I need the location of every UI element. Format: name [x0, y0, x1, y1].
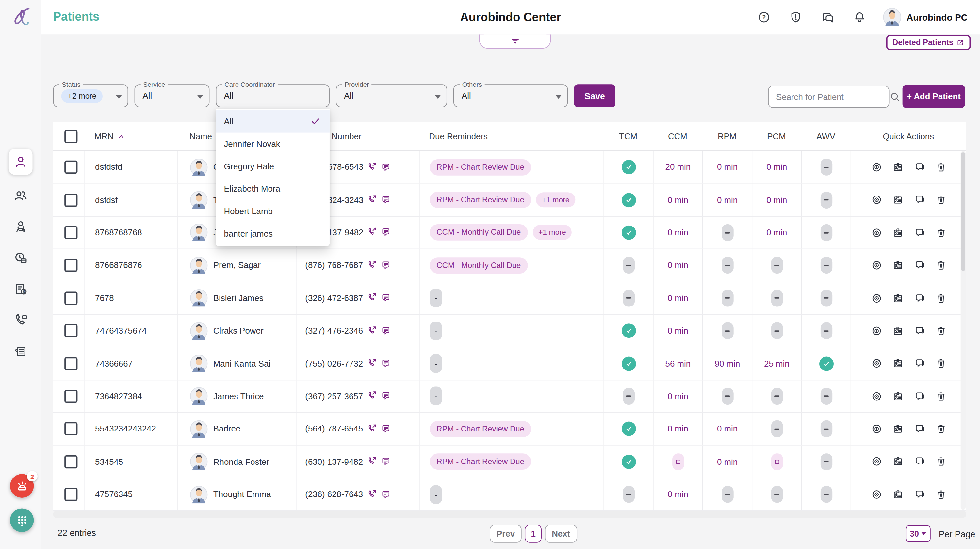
sms-icon[interactable]	[381, 391, 391, 401]
patient-chart-icon[interactable]	[892, 358, 904, 369]
prev-page-button[interactable]: Prev	[490, 525, 522, 543]
phone-call-icon[interactable]	[367, 227, 377, 238]
delete-patient-icon[interactable]	[935, 195, 947, 205]
patient-chart-icon[interactable]	[892, 325, 904, 336]
patient-chart-icon[interactable]	[892, 489, 904, 500]
save-filters-button[interactable]: Save	[574, 84, 616, 107]
message-patient-icon[interactable]	[914, 489, 925, 500]
row-checkbox[interactable]	[64, 422, 78, 435]
sidebar-item-schedule[interactable]	[14, 251, 27, 265]
sms-icon[interactable]	[381, 489, 391, 500]
care-coordinator-option[interactable]: Jennifer Novak	[216, 133, 329, 155]
delete-patient-icon[interactable]	[935, 227, 947, 238]
view-patient-icon[interactable]	[871, 456, 882, 467]
phone-call-icon[interactable]	[367, 162, 377, 172]
sms-icon[interactable]	[381, 195, 391, 205]
phone-call-icon[interactable]	[367, 424, 377, 434]
message-patient-icon[interactable]	[914, 195, 925, 205]
help-icon[interactable]: ?	[757, 11, 770, 24]
user-avatar[interactable]	[883, 8, 901, 26]
sms-icon[interactable]	[381, 359, 391, 368]
view-patient-icon[interactable]	[871, 325, 882, 336]
patient-chart-icon[interactable]	[892, 423, 904, 434]
care-coordinator-option[interactable]: banter james	[216, 222, 329, 245]
add-patient-button[interactable]: + Add Patient	[902, 85, 965, 108]
message-patient-icon[interactable]	[914, 325, 925, 336]
phone-call-icon[interactable]	[367, 391, 377, 401]
filter-status[interactable]: Status+2 more	[53, 84, 128, 107]
next-page-button[interactable]: Next	[545, 525, 577, 543]
view-patient-icon[interactable]	[871, 195, 882, 205]
delete-patient-icon[interactable]	[935, 456, 947, 467]
delete-patient-icon[interactable]	[935, 423, 947, 434]
message-patient-icon[interactable]	[914, 391, 925, 401]
row-checkbox[interactable]	[64, 259, 78, 272]
delete-patient-icon[interactable]	[935, 358, 947, 369]
care-coordinator-option[interactable]: Gregory Hale	[216, 155, 329, 178]
view-patient-icon[interactable]	[871, 391, 882, 401]
search-icon[interactable]	[889, 91, 900, 102]
per-page-select[interactable]: 30	[905, 525, 931, 542]
phone-call-icon[interactable]	[367, 489, 377, 500]
row-checkbox[interactable]	[64, 226, 78, 239]
row-checkbox[interactable]	[64, 390, 78, 403]
view-patient-icon[interactable]	[871, 260, 882, 271]
notifications-icon[interactable]	[853, 11, 865, 24]
row-checkbox[interactable]	[64, 193, 78, 206]
reminder-more-chip[interactable]: +1 more	[533, 225, 572, 240]
column-header-mrn[interactable]: MRN	[84, 122, 177, 151]
phone-call-icon[interactable]	[367, 457, 377, 467]
message-patient-icon[interactable]	[914, 227, 925, 238]
phone-call-icon[interactable]	[367, 293, 377, 303]
messages-icon[interactable]	[821, 11, 834, 24]
view-patient-icon[interactable]	[871, 358, 882, 369]
deleted-patients-button[interactable]: Deleted Patients	[886, 35, 971, 50]
phone-call-icon[interactable]	[367, 326, 377, 336]
row-checkbox[interactable]	[64, 160, 78, 174]
sms-icon[interactable]	[381, 162, 391, 172]
view-patient-icon[interactable]	[871, 162, 882, 172]
sidebar-item-providers[interactable]	[14, 220, 27, 234]
message-patient-icon[interactable]	[914, 292, 925, 303]
view-patient-icon[interactable]	[871, 489, 882, 500]
sms-icon[interactable]	[381, 260, 391, 271]
patient-chart-icon[interactable]	[892, 456, 904, 467]
patient-chart-icon[interactable]	[892, 162, 904, 172]
message-patient-icon[interactable]	[914, 456, 925, 467]
sidebar-item-patients[interactable]	[9, 149, 33, 175]
row-checkbox[interactable]	[64, 324, 78, 337]
filter-provider[interactable]: ProviderAll	[336, 84, 447, 107]
sms-icon[interactable]	[381, 227, 391, 238]
sms-icon[interactable]	[381, 424, 391, 434]
current-page-button[interactable]: 1	[525, 525, 542, 543]
sidebar-item-users[interactable]	[14, 189, 27, 202]
row-checkbox[interactable]	[64, 488, 78, 501]
patient-chart-icon[interactable]	[892, 292, 904, 303]
sms-icon[interactable]	[381, 326, 391, 336]
delete-patient-icon[interactable]	[935, 260, 947, 271]
delete-patient-icon[interactable]	[935, 292, 947, 303]
delete-patient-icon[interactable]	[935, 325, 947, 336]
sms-icon[interactable]	[381, 457, 391, 467]
view-patient-icon[interactable]	[871, 227, 882, 238]
select-all-checkbox[interactable]	[64, 130, 78, 143]
delete-patient-icon[interactable]	[935, 162, 947, 172]
sidebar-item-billing[interactable]: $	[14, 282, 27, 296]
reminder-more-chip[interactable]: +1 more	[536, 193, 575, 208]
sidebar-item-calls[interactable]	[14, 314, 27, 327]
row-checkbox[interactable]	[64, 455, 78, 468]
report-issue-icon[interactable]	[789, 11, 802, 24]
care-coordinator-option[interactable]: All	[216, 110, 329, 133]
horizontal-scrollbar[interactable]	[53, 511, 966, 518]
filter-service[interactable]: ServiceAll	[135, 84, 210, 107]
row-checkbox[interactable]	[64, 357, 78, 370]
filter-others[interactable]: OthersAll	[453, 84, 568, 107]
sms-icon[interactable]	[381, 293, 391, 303]
message-patient-icon[interactable]	[914, 162, 925, 172]
delete-patient-icon[interactable]	[935, 391, 947, 401]
sidebar-item-reports[interactable]	[14, 345, 27, 359]
patient-chart-icon[interactable]	[892, 195, 904, 205]
row-checkbox[interactable]	[64, 292, 78, 305]
patient-chart-icon[interactable]	[892, 227, 904, 238]
view-patient-icon[interactable]	[871, 292, 882, 303]
